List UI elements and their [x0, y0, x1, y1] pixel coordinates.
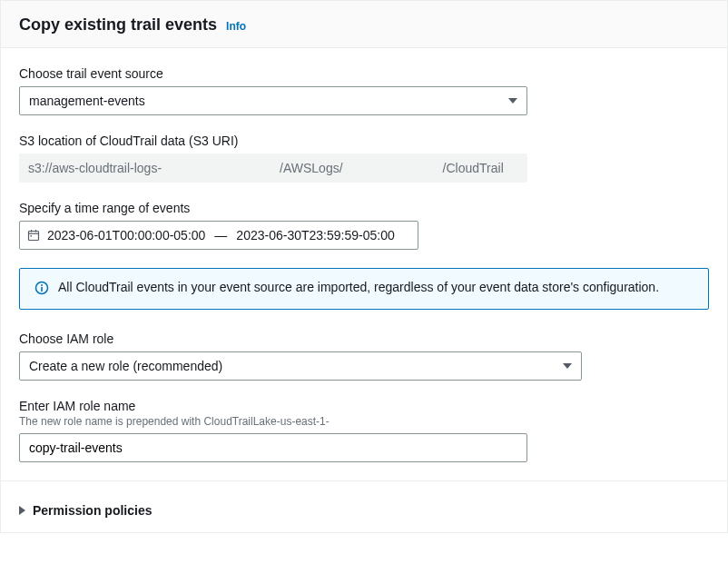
trail-event-source-label: Choose trail event source [19, 66, 709, 81]
panel-header: Copy existing trail events Info [1, 1, 727, 48]
time-range-start: 2023-06-01T00:00:00-05:00 [47, 228, 205, 242]
iam-role-name-group: Enter IAM role name The new role name is… [19, 399, 709, 462]
iam-role-select[interactable]: Create a new role (recommended) [19, 351, 582, 381]
iam-role-name-hint: The new role name is prepended with Clou… [19, 415, 709, 428]
trail-event-source-select[interactable]: management-events [19, 86, 527, 115]
s3-uri-awslogs: /AWSLogs/ [280, 161, 343, 175]
iam-role-group: Choose IAM role Create a new role (recom… [19, 331, 709, 381]
info-icon [34, 281, 49, 298]
panel-body: Choose trail event source management-eve… [1, 48, 727, 490]
copy-existing-trail-events-panel: Copy existing trail events Info Choose t… [0, 0, 728, 533]
info-link[interactable]: Info [226, 20, 246, 33]
svg-point-6 [41, 284, 43, 286]
time-range-label: Specify a time range of events [19, 201, 709, 215]
s3-uri-cloudtrail: /CloudTrail [443, 161, 504, 175]
iam-role-name-label: Enter IAM role name [19, 399, 709, 413]
iam-role-value: Create a new role (recommended) [29, 359, 222, 373]
calendar-icon [27, 229, 40, 242]
caret-right-icon [19, 506, 25, 515]
import-info-text: All CloudTrail events in your event sour… [58, 280, 659, 294]
svg-rect-7 [41, 287, 43, 292]
panel-title: Copy existing trail events [19, 15, 217, 35]
svg-rect-0 [29, 232, 39, 241]
caret-down-icon [554, 352, 581, 380]
trail-event-source-value: management-events [29, 94, 145, 108]
time-range-group: Specify a time range of events 2023-06-0… [19, 201, 709, 250]
permission-policies-expander[interactable]: Permission policies [1, 490, 727, 532]
s3-location-group: S3 location of CloudTrail data (S3 URI) … [19, 134, 709, 183]
s3-location-value: s3://aws-cloudtrail-logs-/AWSLogs//Cloud… [19, 153, 527, 183]
time-range-picker[interactable]: 2023-06-01T00:00:00-05:00 — 2023-06-30T2… [19, 221, 418, 250]
import-info-banner: All CloudTrail events in your event sour… [19, 268, 709, 310]
trail-event-source-group: Choose trail event source management-eve… [19, 66, 709, 115]
caret-down-icon [499, 87, 526, 114]
iam-role-name-input[interactable] [19, 433, 527, 462]
s3-location-label: S3 location of CloudTrail data (S3 URI) [19, 134, 709, 148]
divider [1, 480, 727, 481]
permission-policies-label: Permission policies [33, 503, 152, 518]
time-range-end: 2023-06-30T23:59:59-05:00 [236, 228, 394, 242]
s3-uri-prefix: s3://aws-cloudtrail-logs- [28, 161, 162, 175]
time-range-separator: — [212, 228, 229, 242]
svg-rect-4 [31, 235, 33, 237]
iam-role-label: Choose IAM role [19, 331, 709, 346]
